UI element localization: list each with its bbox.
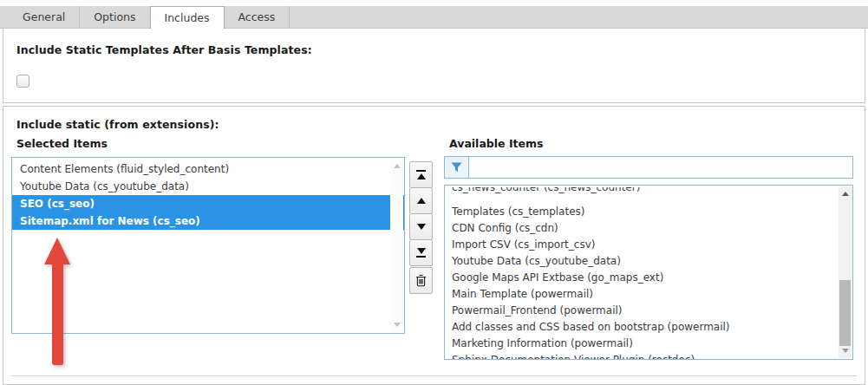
selected-items-label: Selected Items [16,137,405,153]
include-static-heading: Include static (from extensions): [16,118,857,131]
tab-bar: General Options Includes Access [0,6,868,29]
list-item[interactable]: CDN Config (cs_cdn) [445,220,852,237]
filter-button[interactable] [444,156,469,179]
selected-items-listbox[interactable]: Content Elements (fluid_styled_content) … [11,157,405,334]
list-item[interactable]: Add classes and CSS based on bootstrap (… [445,319,852,336]
filter-funnel-icon [451,162,462,173]
include-static-section: Include static (from extensions): Select… [3,106,865,385]
available-list-scrollbar[interactable] [839,186,852,358]
move-up-icon [417,198,426,204]
template-edit-form: General Options Includes Access Include … [0,0,868,385]
list-item[interactable]: Marketing Information (powermail) [445,336,852,352]
static-after-basis-checkbox[interactable] [16,75,29,88]
move-to-bottom-icon [417,248,426,254]
section-divider [11,375,857,376]
scrollbar-thumb[interactable] [839,280,851,346]
list-item[interactable]: Powermail_Frontend (powermail) [445,303,852,319]
filter-row [444,156,853,179]
list-item[interactable]: cs_news_counter (cs_news_counter) [445,187,852,204]
scroll-down-icon[interactable] [394,323,401,327]
list-item[interactable]: Content Elements (fluid_styled_content) [12,160,404,178]
list-item[interactable]: SEO (cs_seo) [12,195,404,212]
list-item[interactable]: Youtube Data (cs_youtube_data) [445,253,852,270]
move-to-top-icon [416,170,426,172]
scroll-up-icon[interactable] [394,164,401,168]
list-item[interactable]: Youtube Data (cs_youtube_data) [12,178,404,195]
delete-button[interactable] [409,267,433,294]
available-items-label: Available Items [449,137,853,153]
transfer-buttons [409,137,433,294]
move-up-button[interactable] [409,187,433,214]
available-items-column: Available Items cs_news_counter (cs_news… [444,137,853,360]
dual-select: Selected Items Content Elements (fluid_s… [11,137,857,360]
scroll-down-icon[interactable] [842,349,849,353]
list-item[interactable]: Main Template (powermail) [445,286,852,303]
move-down-button[interactable] [409,213,433,240]
filter-input[interactable] [469,156,853,179]
available-items-listbox[interactable]: cs_news_counter (cs_news_counter) Templa… [444,185,853,360]
tab[interactable]: Includes [150,6,225,29]
basis-templates-section: Include Static Templates After Basis Tem… [3,29,865,103]
list-item[interactable]: Templates (cs_templates) [445,204,852,220]
move-to-top-button[interactable] [409,161,433,188]
basis-templates-heading: Include Static Templates After Basis Tem… [16,43,852,56]
tab[interactable]: Options [80,6,150,28]
list-item[interactable]: Import CSV (cs_import_csv) [445,237,852,253]
move-to-bottom-button[interactable] [409,239,433,266]
tab[interactable]: Access [225,6,290,28]
list-item[interactable]: Google Maps API Extbase (go_maps_ext) [445,270,852,286]
tab[interactable]: General [9,6,80,28]
list-item[interactable]: Sitemap.xml for News (cs_seo) [12,212,404,230]
delete-trash-icon [415,274,427,287]
move-down-icon [417,224,426,230]
list-item[interactable]: Sphinx Documentation Viewer Plugin (rest… [445,352,852,360]
scroll-up-icon[interactable] [842,192,849,196]
selected-items-column: Selected Items Content Elements (fluid_s… [11,137,405,334]
selected-list-scrollbar[interactable] [390,159,403,332]
